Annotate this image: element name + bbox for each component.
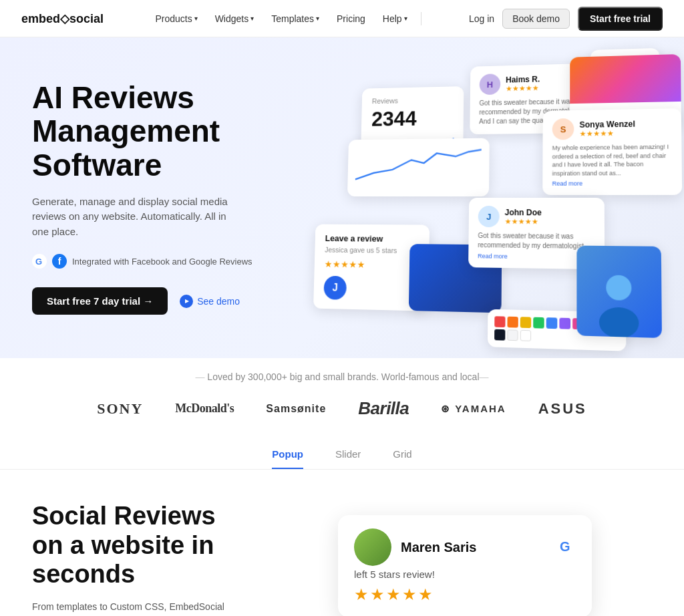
- hero-integrations: G f Integrated with Facebook and Google …: [32, 254, 286, 269]
- nav-help[interactable]: Help ▾: [376, 9, 414, 28]
- nav-pricing[interactable]: Pricing: [330, 9, 372, 28]
- nav-products[interactable]: Products ▾: [148, 9, 204, 28]
- main-review-card: Maren Saris G left 5 stars review! ★★★★★: [338, 515, 592, 616]
- sonya-avatar: S: [552, 118, 574, 140]
- review-stars: ★★★★★: [354, 585, 576, 604]
- mcdonalds-logo: McDonald's: [175, 402, 234, 416]
- nav-actions: Log in Book demo Start free trial: [469, 7, 663, 31]
- tab-grid[interactable]: Grid: [393, 448, 411, 469]
- person1-avatar: H: [480, 73, 501, 95]
- features-subtitle: From templates to Custom CSS, EmbedSocia…: [32, 600, 246, 616]
- nav-templates[interactable]: Templates ▾: [265, 9, 326, 28]
- brands-logos: SONY McDonald's Samsønite Barilla ⊛ YAMA…: [21, 398, 663, 419]
- chevron-down-icon: ▾: [250, 15, 254, 22]
- hero-visuals: Sources 6 Reviews 2344 H Haims R.: [286, 64, 663, 331]
- login-link[interactable]: Log in: [469, 13, 494, 24]
- book-demo-button[interactable]: Book demo: [502, 9, 570, 29]
- hero-subtitle: Generate, manage and display social medi…: [32, 194, 239, 240]
- features-content: Social Reviews on a website in seconds F…: [32, 502, 246, 616]
- barilla-logo: Barilla: [358, 398, 409, 419]
- logo[interactable]: embed◇social: [21, 11, 104, 26]
- google-logo: G: [560, 538, 576, 557]
- maren-avatar: [354, 528, 391, 566]
- tab-slider[interactable]: Slider: [335, 448, 361, 469]
- integrations-text: Integrated with Facebook and Google Revi…: [72, 257, 252, 267]
- logo-text: embed◇social: [21, 11, 104, 26]
- tab-popup[interactable]: Popup: [272, 448, 303, 469]
- sony-logo: SONY: [97, 400, 143, 418]
- nav-widgets[interactable]: Widgets ▾: [208, 9, 261, 28]
- hero-title: AI Reviews Management Software: [32, 81, 286, 182]
- hero-section: AI Reviews Management Software Generate,…: [0, 37, 684, 358]
- chevron-down-icon: ▾: [404, 15, 407, 22]
- tabs-section: Popup Slider Grid: [0, 432, 684, 470]
- nav-links: Products ▾ Widgets ▾ Templates ▾ Pricing…: [148, 9, 423, 28]
- review-subtext: left 5 stars review!: [354, 569, 576, 580]
- person-photo-card: [576, 246, 662, 338]
- asus-logo: ASUS: [538, 400, 587, 418]
- google-icon: G: [32, 254, 47, 269]
- brands-section: Loved by 300,000+ big and small brands. …: [0, 358, 684, 432]
- svg-text:G: G: [560, 539, 570, 554]
- chart-card: [347, 138, 490, 196]
- play-icon: [180, 295, 193, 308]
- demo-button[interactable]: See demo: [180, 295, 240, 308]
- brands-tagline: Loved by 300,000+ big and small brands. …: [21, 371, 663, 382]
- features-preview: Maren Saris G left 5 stars review! ★★★★★…: [278, 502, 652, 616]
- navigation: embed◇social Products ▾ Widgets ▾ Templa…: [0, 0, 684, 37]
- yamaha-logo: ⊛ YAMAHA: [441, 403, 506, 415]
- svg-point-3: [599, 307, 639, 337]
- reviewer-name: Maren Saris: [401, 540, 476, 555]
- nav-separator: [421, 12, 421, 25]
- hero-cards-container: Sources 6 Reviews 2344 H Haims R.: [294, 41, 684, 358]
- features-title: Social Reviews on a website in seconds: [32, 502, 246, 589]
- start-trial-button[interactable]: Start free trial: [578, 7, 663, 31]
- hero-content: AI Reviews Management Software Generate,…: [32, 81, 286, 315]
- trial-button[interactable]: Start free 7 day trial →: [32, 287, 168, 315]
- features-section: Social Reviews on a website in seconds F…: [0, 470, 684, 616]
- svg-text:G: G: [35, 257, 42, 267]
- chevron-down-icon: ▾: [316, 15, 319, 22]
- sonya-review-card: S Sonya Wenzel ★★★★★ My whole experience…: [542, 108, 682, 195]
- facebook-icon: f: [52, 254, 67, 269]
- hero-buttons: Start free 7 day trial → See demo: [32, 287, 286, 315]
- svg-point-2: [606, 275, 631, 301]
- john-avatar: J: [478, 206, 500, 227]
- samsonite-logo: Samsønite: [266, 403, 326, 415]
- chevron-down-icon: ▾: [194, 15, 198, 22]
